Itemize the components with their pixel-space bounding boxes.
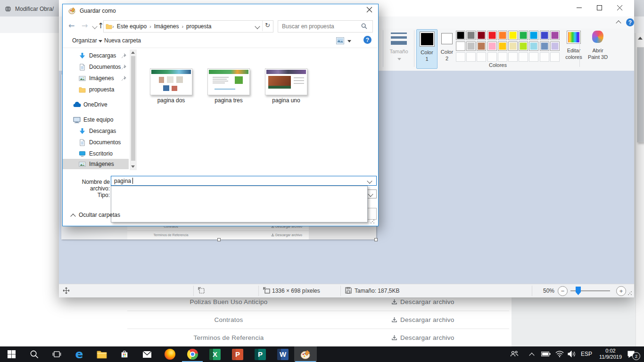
palette-empty-slot[interactable]	[519, 52, 528, 62]
palette-color-#99d9ea[interactable]	[529, 41, 538, 51]
resize-handle-bottom-center[interactable]	[217, 238, 221, 241]
dialog-resize-grip[interactable]	[370, 219, 375, 224]
browser-tab[interactable]: Modificar Obra/	[5, 3, 54, 15]
palette-color-#3f48cc[interactable]	[540, 31, 549, 40]
palette-empty-slot[interactable]	[477, 52, 486, 62]
taskbar-task-view-button[interactable]	[45, 346, 68, 362]
zoom-in-button[interactable]: +	[616, 286, 626, 296]
taskbar-mail-button[interactable]	[136, 346, 158, 362]
palette-empty-slot[interactable]	[529, 52, 538, 62]
size-button[interactable]: Tamaño	[385, 30, 413, 68]
sidebar-item-documentos[interactable]: Documentos	[63, 137, 129, 148]
taskbar-powerpoint-button[interactable]: P	[226, 346, 249, 362]
nav-forward-icon[interactable]: →	[82, 21, 88, 30]
palette-empty-slot[interactable]	[550, 52, 560, 62]
palette-color-#7092be[interactable]	[540, 41, 549, 51]
search-box[interactable]	[278, 20, 373, 33]
sidebar-item-propuesta[interactable]: propuesta	[63, 84, 129, 95]
view-mode-dropdown-icon[interactable]	[347, 40, 351, 42]
search-input[interactable]	[281, 22, 358, 31]
palette-empty-slot[interactable]	[508, 52, 518, 62]
sidebar-item-onedrive[interactable]: OneDrive	[63, 99, 129, 110]
sidebar-scroll-thumb[interactable]	[131, 56, 135, 161]
palette-empty-slot[interactable]	[487, 52, 497, 62]
palette-empty-slot[interactable]	[498, 52, 507, 62]
refresh-icon[interactable]: ↻	[265, 22, 270, 29]
palette-color-#b5e61d[interactable]	[519, 41, 528, 51]
nav-history-dropdown-icon[interactable]	[92, 24, 97, 29]
sidebar-item-imágenes[interactable]: Imágenes	[63, 159, 129, 169]
palette-color-#00a2e8[interactable]	[529, 31, 538, 40]
palette-color-#ffaec9[interactable]	[487, 41, 497, 51]
taskbar-edge-button[interactable]: e	[68, 346, 91, 362]
palette-color-#000000[interactable]	[456, 31, 465, 40]
filename-input[interactable]: pagina	[111, 176, 377, 186]
open-paint3d-button[interactable]: Abrir Paint 3D	[582, 30, 613, 68]
language-indicator[interactable]: ESP	[581, 351, 592, 357]
window-resize-grip[interactable]	[627, 291, 632, 296]
palette-color-#efe4b0[interactable]	[508, 41, 518, 51]
breadcrumb-item-imagenes[interactable]: Imágenes	[151, 23, 182, 30]
sidebar-item-escritorio[interactable]: Escritorio	[63, 148, 129, 159]
new-folder-button[interactable]: Nueva carpeta	[104, 37, 141, 44]
palette-color-#ffc90e[interactable]	[498, 41, 507, 51]
clock[interactable]: 0:02 11/9/2019	[597, 348, 624, 360]
breadcrumb-item-propuesta[interactable]: propuesta	[183, 23, 214, 30]
paint-help-icon[interactable]: ?	[626, 18, 634, 26]
palette-empty-slot[interactable]	[540, 52, 549, 62]
sidebar-item-documentos[interactable]: Documentos	[63, 62, 129, 72]
file-item-pagina-uno[interactable]: pagina uno	[258, 68, 314, 104]
sidebar-item-descargas[interactable]: Descargas	[63, 126, 129, 136]
palette-color-#a349a4[interactable]	[550, 31, 560, 40]
sidebar-scrollbar[interactable]	[130, 49, 137, 170]
palette-empty-slot[interactable]	[466, 52, 476, 62]
taskbar-search-button[interactable]	[23, 346, 45, 362]
maximize-button[interactable]	[589, 0, 610, 15]
address-dropdown-icon[interactable]	[255, 24, 260, 29]
filetype-dropdown-icon[interactable]	[368, 191, 373, 197]
breadcrumb-item-este-equipo[interactable]: Este equipo	[114, 23, 149, 30]
palette-color-#fff200[interactable]	[508, 31, 518, 40]
dialog-help-icon[interactable]: ?	[363, 36, 372, 44]
filetype-dropdown-list[interactable]	[111, 186, 368, 222]
taskbar-word-button[interactable]: W	[272, 346, 294, 362]
palette-color-#c8bfe7[interactable]	[550, 41, 560, 51]
nav-back-icon[interactable]: ←	[68, 21, 74, 30]
taskbar-file-explorer-button[interactable]	[91, 346, 113, 362]
zoom-out-button[interactable]: −	[558, 286, 568, 296]
download-link[interactable]: Descargar archivo	[391, 311, 454, 329]
palette-color-#7f7f7f[interactable]	[466, 31, 476, 40]
hide-folders-button[interactable]: Ocultar carpetas	[79, 212, 120, 218]
organize-button[interactable]: Organizar	[72, 37, 102, 44]
minimize-button[interactable]	[569, 0, 589, 15]
file-item-pagina-tres[interactable]: pagina tres	[200, 68, 257, 104]
taskbar-firefox-button[interactable]	[158, 346, 181, 362]
volume-icon[interactable]	[568, 351, 576, 357]
view-mode-button[interactable]	[336, 37, 344, 44]
dialog-close-button[interactable]	[366, 7, 372, 13]
battery-icon[interactable]	[541, 351, 551, 357]
start-button[interactable]	[0, 346, 23, 362]
wifi-icon[interactable]	[555, 351, 564, 357]
close-button[interactable]	[610, 0, 630, 15]
file-item-pagina-dos[interactable]: pagina dos	[143, 68, 199, 104]
palette-empty-slot[interactable]	[456, 52, 465, 62]
taskbar-paint-button[interactable]	[294, 346, 317, 362]
taskbar-publisher-button[interactable]: P	[249, 346, 272, 362]
palette-color-#ed1c24[interactable]	[487, 31, 497, 40]
browser-scrollbar[interactable]	[636, 33, 644, 346]
palette-color-#ffffff[interactable]	[456, 41, 465, 51]
sidebar-item-descargas[interactable]: Descargas	[63, 50, 129, 61]
zoom-slider-thumb[interactable]	[576, 287, 581, 295]
sidebar-item-este-equipo[interactable]: Este equipo	[63, 115, 129, 125]
scrollbar-thumb[interactable]	[637, 47, 644, 142]
collapse-ribbon-icon[interactable]	[616, 20, 621, 25]
palette-color-#c3c3c3[interactable]	[466, 41, 476, 51]
palette-color-#ff7f27[interactable]	[498, 31, 507, 40]
tray-expand-icon[interactable]	[529, 353, 534, 358]
palette-color-#b97a57[interactable]	[477, 41, 486, 51]
people-icon[interactable]	[510, 350, 519, 358]
taskbar-chrome-button[interactable]	[181, 346, 204, 362]
download-link[interactable]: Descargar archivo	[391, 329, 454, 346]
resize-handle-bottom-right[interactable]	[374, 238, 378, 241]
